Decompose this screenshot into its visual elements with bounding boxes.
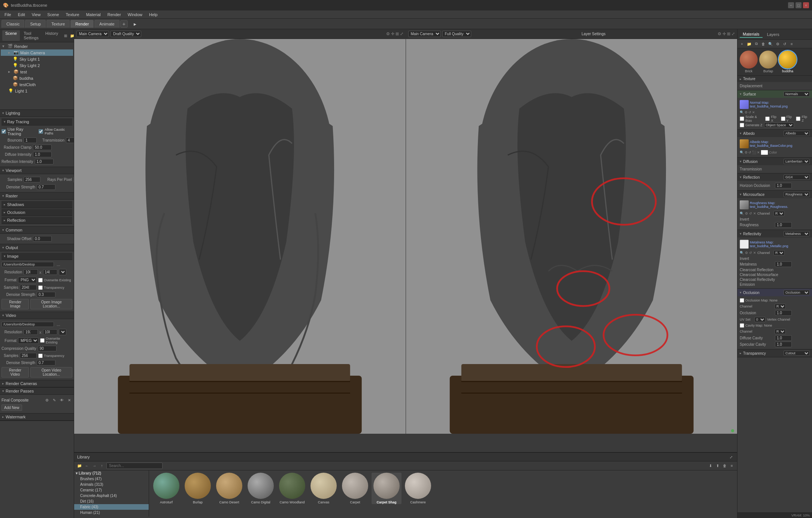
watermark-header[interactable]: ▸ Watermark [0,414,74,421]
video-format-select[interactable]: MPEG4 [18,337,39,344]
final-composite-x-icon[interactable]: ✕ [66,397,72,403]
vp-right-icon3[interactable]: ⊞ [727,31,730,36]
tab-setup[interactable]: Setup [25,20,46,28]
output-res-unit[interactable]: px [59,269,66,275]
generate-z-checkbox[interactable] [740,123,744,127]
uv-set-select[interactable]: 0 [754,317,766,322]
normals-dropdown[interactable]: Normals [784,91,810,97]
right-occlusion-header[interactable]: ▾ Occlusion Occlusion [737,289,812,296]
lib-up-icon[interactable]: ↑ [99,463,105,469]
rays-pp-select[interactable]: 1 [73,176,74,183]
rm-icon2[interactable]: ⚙ [745,212,748,215]
horizon-occlusion-input[interactable] [775,183,792,188]
mat-icon-menu[interactable]: ≡ [789,41,795,47]
viewport-right-cam-select[interactable]: Main Camera [408,31,441,37]
output-height-input[interactable] [43,269,57,275]
mat-icon-refresh[interactable]: ↺ [782,41,788,47]
denoise-input[interactable] [37,184,55,190]
diffuse-cavity-input[interactable] [775,335,792,341]
render-cameras-header[interactable]: ▸ Render Cameras [0,380,74,387]
metalness-value-input[interactable] [775,261,792,267]
microsurface-dropdown[interactable]: Roughness [784,192,810,197]
flip-z-checkbox[interactable] [796,116,800,121]
open-image-location-btn[interactable]: Open Image Location... [30,299,72,309]
am-icon1[interactable]: 🔍 [740,151,744,154]
output-path-browse[interactable]: … [55,261,61,267]
mat-preview-brick[interactable]: Brick [740,51,758,73]
occlusion-channel-select[interactable]: R [775,304,786,309]
right-surface-header[interactable]: ▾ Surface Normals [737,90,812,98]
lib-item-concrete[interactable]: Concrete-Asphalt (14) [74,493,149,499]
menu-material[interactable]: Material [83,12,104,18]
transmission-input[interactable] [66,137,74,143]
raster-section-header[interactable]: ▾ Raster [0,193,74,200]
mat-thumb-cashmere[interactable]: Cashmere [403,473,433,504]
reflection-dropdown[interactable]: GGX [784,175,810,180]
minimize-btn[interactable]: − [788,2,794,8]
cursor-tool[interactable]: ▸ [131,20,139,28]
video-height-input[interactable] [43,329,57,335]
lib-back-icon[interactable]: ← [84,463,90,469]
vp-left-icon1[interactable]: ⚙ [386,31,390,36]
compression-input[interactable] [38,346,57,351]
mat-preview-burlap[interactable]: Burlap [759,51,777,73]
mm-icon1[interactable]: 🔍 [740,251,744,255]
mat-preview-buddha[interactable]: buddha [779,51,797,73]
roughness-channel-select[interactable]: R [773,211,785,216]
reflection-intensity-input[interactable] [35,159,54,164]
am-icon5[interactable]: ✕ [757,151,760,154]
video-width-input[interactable] [24,329,38,335]
maximize-btn[interactable]: □ [796,2,802,8]
mm-icon4[interactable]: ✕ [753,251,756,255]
rm-icon1[interactable]: 🔍 [740,212,744,215]
tab-materials[interactable]: Materials [740,31,763,38]
lib-item-human[interactable]: Human (21) [74,510,149,515]
mat-thumb-carpet-shag[interactable]: Carpet Shag [372,473,402,504]
tab-texture[interactable]: Texture [46,20,70,28]
render-image-btn[interactable]: Render Image [1,299,29,309]
video-section-header[interactable]: ▾ Video [0,312,74,319]
out-denoise-input[interactable] [37,292,55,297]
mat-thumb-camo-woodland[interactable]: Camo Woodland [277,473,307,504]
menu-texture[interactable]: Texture [63,12,82,18]
open-video-location-btn[interactable]: Open Video Location... [30,367,72,378]
video-overwrite-checkbox[interactable] [40,338,45,343]
lib-folder-icon[interactable]: 📁 [76,463,82,469]
right-microsurface-header[interactable]: ▾ Microsurface Roughness [737,191,812,198]
nm-icon4[interactable]: ✕ [752,110,755,114]
menu-help[interactable]: Help [146,12,161,18]
specular-cavity-input[interactable] [775,342,792,347]
occlusion-dropdown[interactable]: Occlusion [784,290,810,295]
lighting-section-header[interactable]: ▾ Lighting [0,110,74,117]
tree-item-skylight2[interactable]: 💡 Sky Light 2 [1,62,73,69]
transparency-checkbox[interactable] [38,285,43,290]
video-samples-input[interactable] [20,353,37,358]
viewport-section-header[interactable]: ▾ Viewport [0,167,74,174]
object-space-select[interactable]: Object Space [764,122,794,128]
tab-layers[interactable]: Layers [764,31,782,37]
tree-item-skylight1[interactable]: 💡 Sky Light 1 [1,56,73,62]
tree-item-render[interactable]: ▾ 🎬 Render [1,43,73,49]
final-composite-settings-icon[interactable]: ⚙ [44,397,50,403]
lib-forward-icon[interactable]: → [91,463,97,469]
mat-thumb-carpet[interactable]: Carpet [340,473,370,504]
tree-item-testcloth[interactable]: 📦 testCloth [1,81,73,88]
video-path-input[interactable] [1,322,54,327]
reflection-header[interactable]: ▸ Reflection [1,217,72,224]
right-transparency-header[interactable]: ▸ Transparency Cutout [737,349,812,357]
output-width-input[interactable] [24,269,38,275]
mm-icon2[interactable]: ⚙ [745,251,748,255]
albedo-color-swatch[interactable] [761,150,768,155]
video-denoise-input[interactable] [37,360,55,366]
mat-icon-folder[interactable]: 📁 [746,41,752,47]
am-icon3[interactable]: ↺ [748,151,751,154]
flip-x-checkbox[interactable] [765,116,770,121]
rm-icon3[interactable]: ↺ [749,212,752,215]
menu-edit[interactable]: Edit [15,12,28,18]
vp-samples-input[interactable] [24,177,40,182]
tree-item-main-camera[interactable]: ▸ 📷 Main Camera [1,49,73,56]
rm-icon4[interactable]: ✕ [753,212,756,215]
out-samples-input[interactable] [20,285,37,290]
output-path-input[interactable] [1,262,54,267]
right-diffusion-header[interactable]: ▾ Diffusion Lambertian [737,158,812,165]
